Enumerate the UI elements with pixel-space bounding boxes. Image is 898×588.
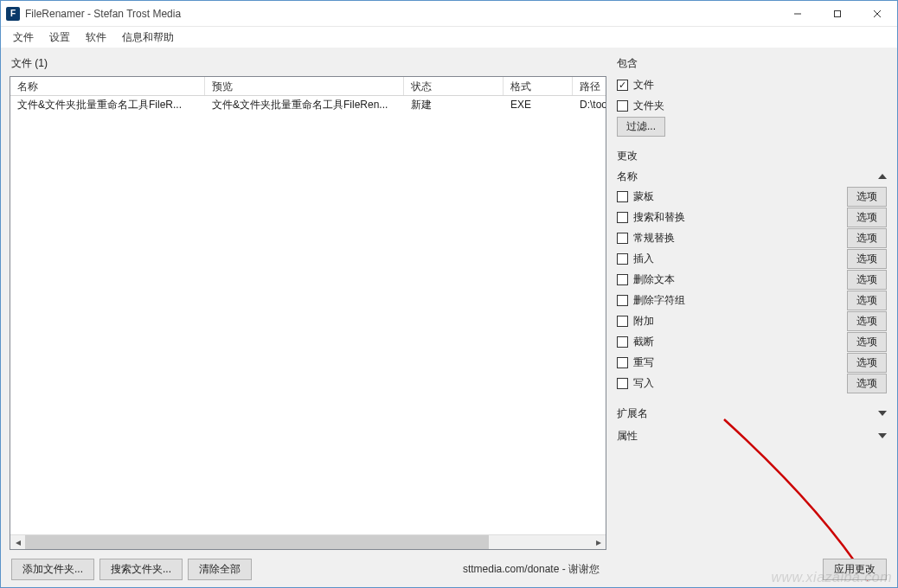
table-header: 名称 预览 状态 格式 路径 bbox=[10, 77, 606, 96]
table-row[interactable]: 文件&文件夹批量重命名工具FileR... 文件&文件夹批量重命名工具FileR… bbox=[10, 96, 606, 113]
scroll-right-icon[interactable]: ▸ bbox=[591, 535, 606, 550]
change-item-label: 删除文本 bbox=[633, 272, 675, 287]
left-pane: 文件 (1) 名称 预览 状态 格式 路径 文件&文件夹批量重命名工具FileR… bbox=[1, 48, 612, 587]
add-folder-button[interactable]: 添加文件夹... bbox=[11, 559, 94, 580]
change-item-row: 截断选项 bbox=[617, 331, 887, 352]
change-item-checkbox[interactable] bbox=[617, 316, 628, 327]
clear-all-button[interactable]: 清除全部 bbox=[188, 559, 252, 580]
attr-section-label: 属性 bbox=[617, 429, 638, 444]
change-item-row: 搜索和替换选项 bbox=[617, 207, 887, 227]
change-item-option-button[interactable]: 选项 bbox=[847, 270, 887, 290]
change-item-row: 删除字符组选项 bbox=[617, 290, 887, 310]
menu-software[interactable]: 软件 bbox=[79, 29, 113, 47]
cell-name: 文件&文件夹批量重命名工具FileR... bbox=[10, 96, 205, 114]
titlebar: F FileRenamer - Stefan Trost Media bbox=[1, 1, 897, 27]
change-item-row: 附加选项 bbox=[617, 310, 887, 331]
change-item-checkbox[interactable] bbox=[617, 212, 628, 223]
change-item-checkbox[interactable] bbox=[617, 378, 628, 389]
change-item-row: 常规替换选项 bbox=[617, 227, 887, 248]
caret-down-icon bbox=[878, 433, 887, 438]
change-item-label: 截断 bbox=[633, 335, 654, 349]
change-item-option-button[interactable]: 选项 bbox=[847, 228, 887, 248]
change-item-checkbox[interactable] bbox=[617, 274, 628, 285]
change-item-checkbox[interactable] bbox=[617, 336, 628, 348]
scroll-left-icon[interactable]: ◂ bbox=[10, 535, 25, 550]
include-folders-label: 文件夹 bbox=[633, 99, 664, 113]
app-icon: F bbox=[6, 7, 20, 21]
col-header-path[interactable]: 路径 bbox=[573, 77, 606, 95]
change-item-label: 重写 bbox=[633, 355, 654, 370]
menu-file[interactable]: 文件 bbox=[6, 29, 41, 47]
include-title: 包含 bbox=[617, 54, 887, 74]
cell-path: D:\too bbox=[573, 97, 606, 112]
svg-rect-1 bbox=[835, 10, 841, 16]
col-header-preview[interactable]: 预览 bbox=[205, 77, 404, 95]
search-folder-button[interactable]: 搜索文件夹... bbox=[99, 559, 183, 580]
ext-section-row[interactable]: 扩展名 bbox=[617, 404, 887, 423]
minimize-button[interactable] bbox=[778, 1, 818, 26]
change-item-label: 搜索和替换 bbox=[633, 210, 685, 225]
content-area: 文件 (1) 名称 预览 状态 格式 路径 文件&文件夹批量重命名工具FileR… bbox=[1, 48, 897, 587]
file-count-label: 文件 (1) bbox=[10, 54, 606, 76]
change-item-label: 插入 bbox=[633, 252, 654, 266]
include-folders-row: 文件夹 bbox=[617, 95, 887, 116]
app-window: F FileRenamer - Stefan Trost Media 文件 设置… bbox=[0, 0, 898, 588]
change-item-checkbox[interactable] bbox=[617, 191, 628, 202]
change-item-label: 蒙板 bbox=[633, 189, 654, 204]
window-controls bbox=[778, 1, 897, 26]
change-item-row: 删除文本选项 bbox=[617, 269, 887, 290]
right-pane: 包含 文件 文件夹 过滤... 更改 名称 蒙板选项搜索和替换选项常规替换选项插… bbox=[612, 48, 897, 587]
filter-button[interactable]: 过滤... bbox=[617, 117, 665, 137]
include-files-row: 文件 bbox=[617, 74, 887, 95]
change-item-row: 蒙板选项 bbox=[617, 186, 887, 207]
change-item-checkbox[interactable] bbox=[617, 233, 628, 244]
caret-up-icon bbox=[878, 174, 887, 179]
change-item-option-button[interactable]: 选项 bbox=[847, 187, 887, 207]
change-item-option-button[interactable]: 选项 bbox=[847, 332, 887, 352]
include-files-checkbox[interactable] bbox=[617, 80, 628, 91]
name-section-label: 名称 bbox=[617, 169, 638, 184]
change-title: 更改 bbox=[617, 147, 887, 167]
caret-down-icon bbox=[878, 411, 887, 416]
change-item-option-button[interactable]: 选项 bbox=[847, 249, 887, 269]
change-item-option-button[interactable]: 选项 bbox=[847, 311, 887, 331]
menu-settings[interactable]: 设置 bbox=[42, 29, 77, 47]
table-body: 文件&文件夹批量重命名工具FileR... 文件&文件夹批量重命名工具FileR… bbox=[10, 96, 606, 534]
window-title: FileRenamer - Stefan Trost Media bbox=[25, 8, 181, 20]
change-item-option-button[interactable]: 选项 bbox=[847, 374, 887, 393]
change-item-option-button[interactable]: 选项 bbox=[847, 208, 887, 227]
cell-format: EXE bbox=[504, 97, 573, 112]
change-item-row: 写入选项 bbox=[617, 373, 887, 393]
col-header-format[interactable]: 格式 bbox=[504, 77, 573, 95]
change-item-checkbox[interactable] bbox=[617, 253, 628, 265]
change-item-checkbox[interactable] bbox=[617, 357, 628, 368]
donate-text: sttmedia.com/donate - 谢谢您 bbox=[463, 562, 605, 577]
change-item-label: 写入 bbox=[633, 376, 654, 391]
cell-status: 新建 bbox=[404, 96, 504, 114]
change-item-label: 常规替换 bbox=[633, 231, 675, 246]
maximize-button[interactable] bbox=[818, 1, 857, 26]
ext-section-label: 扩展名 bbox=[617, 406, 648, 421]
horizontal-scrollbar[interactable]: ◂ ▸ bbox=[10, 534, 606, 549]
name-section-row[interactable]: 名称 bbox=[617, 167, 887, 186]
change-item-option-button[interactable]: 选项 bbox=[847, 353, 887, 373]
attr-section-row[interactable]: 属性 bbox=[617, 426, 887, 445]
change-item-checkbox[interactable] bbox=[617, 295, 628, 306]
include-files-label: 文件 bbox=[633, 78, 654, 93]
menubar: 文件 设置 软件 信息和帮助 bbox=[1, 27, 897, 48]
change-item-option-button[interactable]: 选项 bbox=[847, 291, 887, 310]
change-item-row: 插入选项 bbox=[617, 248, 887, 269]
close-button[interactable] bbox=[857, 1, 897, 26]
cell-preview: 文件&文件夹批量重命名工具FileRen... bbox=[205, 96, 404, 114]
bottom-toolbar: 添加文件夹... 搜索文件夹... 清除全部 sttmedia.com/dona… bbox=[10, 550, 606, 580]
apply-changes-button[interactable]: 应用更改 bbox=[823, 559, 887, 580]
change-item-label: 附加 bbox=[633, 314, 654, 329]
file-table: 名称 预览 状态 格式 路径 文件&文件夹批量重命名工具FileR... 文件&… bbox=[10, 76, 606, 550]
menu-help[interactable]: 信息和帮助 bbox=[115, 29, 181, 47]
include-folders-checkbox[interactable] bbox=[617, 100, 628, 112]
col-header-name[interactable]: 名称 bbox=[10, 77, 205, 95]
change-item-row: 重写选项 bbox=[617, 352, 887, 373]
change-item-label: 删除字符组 bbox=[633, 293, 685, 308]
scroll-thumb[interactable] bbox=[25, 535, 489, 550]
col-header-status[interactable]: 状态 bbox=[404, 77, 504, 95]
